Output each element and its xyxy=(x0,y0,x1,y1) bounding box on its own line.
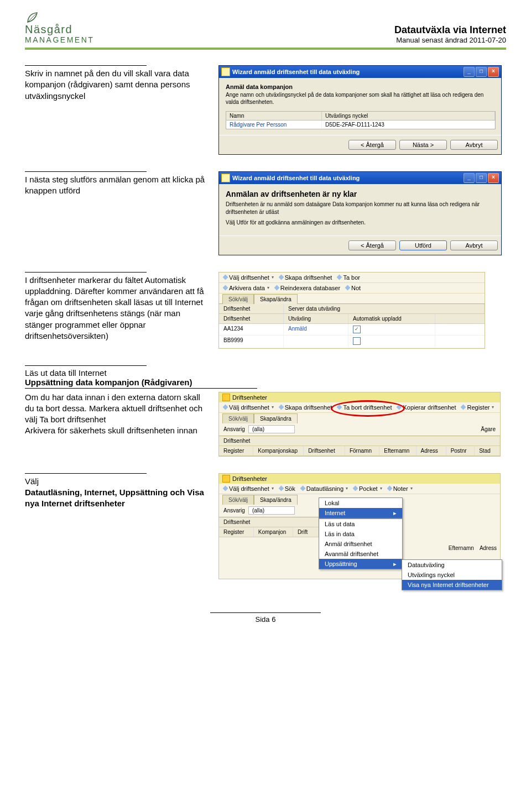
tb-register[interactable]: Register▾ xyxy=(461,404,494,411)
maximize-button[interactable]: □ xyxy=(476,173,487,183)
wizard-window-1: Wizard anmäld driftsenhet till data utvä… xyxy=(218,65,502,155)
tb-reindex[interactable]: Reindexera databaser xyxy=(275,285,340,291)
leaf-icon xyxy=(25,11,39,23)
app-icon xyxy=(222,475,230,483)
companion-grid: Namn Utväxlings nyckel Rådgivare Per Per… xyxy=(226,111,496,129)
section3-text: I driftsenheter markerar du fältet Autom… xyxy=(25,275,204,340)
page-number: Sida 6 xyxy=(256,615,276,624)
menu-internet[interactable]: Internet▸ xyxy=(319,508,402,518)
wizard2-heading: Anmälan av driftsenheten är ny klar xyxy=(226,190,494,198)
row-name[interactable]: Rådgivare Per Persson xyxy=(226,121,322,129)
header-rule xyxy=(25,48,506,50)
minimize-button[interactable]: _ xyxy=(464,173,475,183)
tb-noter[interactable]: Noter▾ xyxy=(388,485,413,492)
menu-anmal[interactable]: Anmäl driftsenhet xyxy=(319,539,402,549)
ansvarig-field[interactable]: (alla) xyxy=(248,506,295,515)
back-button[interactable]: < Återgå xyxy=(348,140,396,150)
tab-skapa[interactable]: Skapa/ändra xyxy=(254,294,298,304)
wizard-window-2: Wizard anmäld driftsenhet till data utvä… xyxy=(218,171,502,255)
done-button[interactable]: Utförd xyxy=(399,240,447,250)
tb-tabor[interactable]: Ta bor xyxy=(337,274,360,281)
tab-skapa[interactable]: Skapa/ändra xyxy=(254,495,298,505)
sub-key[interactable]: Utväxlings nyckel xyxy=(402,570,502,580)
col-key: Utväxlings nyckel xyxy=(322,112,495,120)
wizard-heading: Anmäl data kompanjon xyxy=(226,83,494,90)
s4-h1: Läs ut data till Internet xyxy=(25,368,506,378)
app-icon xyxy=(221,67,230,76)
table-row[interactable]: AA1234 Anmäld ✓ xyxy=(219,324,485,336)
th-de: Driftsenhet xyxy=(219,517,319,527)
window2-title: Wizard anmäld driftsenhet till data utvä… xyxy=(232,175,360,181)
menu-lasin[interactable]: Läs in data xyxy=(319,529,402,539)
tab-skapa[interactable]: Skapa/ändra xyxy=(254,413,298,423)
s4-h2: Uppsättning data kompanjon (Rådgivaren) xyxy=(25,378,506,387)
wizard-subtext: Ange namn och utväxlingsnyckel på de dat… xyxy=(226,91,494,106)
tab-sok[interactable]: Sök/välj xyxy=(222,413,254,423)
ansvarig-label: Ansvarig xyxy=(223,426,245,432)
menu-avanmal[interactable]: Avanmäl driftsenhet xyxy=(319,549,402,559)
next-button[interactable]: Nästa > xyxy=(399,140,447,150)
auto-checkbox[interactable] xyxy=(353,337,361,345)
dataout-menu: Lokal Internet▸ xyxy=(319,497,403,518)
tb-search[interactable]: Sök xyxy=(279,485,295,492)
row-key[interactable]: D5DE-2FAF-D111-1243 xyxy=(322,121,495,129)
section2-text: I nästa steg slutförs anmälan genom att … xyxy=(25,175,205,195)
tb-create-de[interactable]: Skapa driftsenhet xyxy=(279,274,332,281)
tb-select-de[interactable]: Välj driftsenhet▾ xyxy=(223,274,274,281)
section5-bold: Datautläsning, Internet, Uppsättning och… xyxy=(25,487,207,510)
back-button[interactable]: < Återgå xyxy=(348,240,396,250)
close-button[interactable]: × xyxy=(488,173,499,183)
sub-visa[interactable]: Visa nya Internet driftsenheter xyxy=(402,580,502,590)
app-icon xyxy=(222,394,230,401)
win-title: Driftsenheter xyxy=(232,475,267,482)
window1-title: Wizard anmäld driftsenhet till data utvä… xyxy=(232,69,360,75)
agare-label: Ägare xyxy=(481,426,496,432)
logo-line2: MANAGEMENT xyxy=(25,35,94,44)
tb-select[interactable]: Välj driftsenhet▾ xyxy=(223,404,274,411)
sub-datautv[interactable]: Datautväxling xyxy=(402,560,502,570)
tb-not[interactable]: Not xyxy=(346,285,361,291)
table-row[interactable]: BB9999 xyxy=(219,336,485,348)
cancel-button[interactable]: Avbryt xyxy=(450,240,498,250)
tab-sok[interactable]: Sök/välj xyxy=(222,294,254,304)
tb-pocket[interactable]: Pocket▾ xyxy=(353,485,382,492)
sub-th-auto: Automatisk uppladd xyxy=(348,314,435,323)
tb-archive[interactable]: Arkivera data▾ xyxy=(223,285,269,291)
maximize-button[interactable]: □ xyxy=(476,67,487,77)
th-de: Driftsenhet xyxy=(219,304,284,313)
cancel-button[interactable]: Avbryt xyxy=(450,140,498,150)
menu-lokal[interactable]: Lokal xyxy=(319,498,402,508)
sub-th-utv: Utväxling xyxy=(284,314,348,323)
internet-submenu: Läs ut data Läs in data Anmäl driftsenhe… xyxy=(319,518,403,569)
tab-sok[interactable]: Sök/välj xyxy=(222,495,254,505)
minimize-button[interactable]: _ xyxy=(464,67,475,77)
tb-dataout[interactable]: Datautläsning▾ xyxy=(301,485,348,492)
page-subtitle: Manual senast ändrad 2011-07-20 xyxy=(394,36,506,44)
page-title: Datautväxla via Internet xyxy=(394,24,506,36)
section1-text: Skriv in namnet på den du vill skall var… xyxy=(25,69,190,101)
app-icon xyxy=(221,174,230,182)
ansvarig-field[interactable]: (alla) xyxy=(248,425,295,433)
uppsattning-submenu: Datautväxling Utväxlings nyckel Visa nya… xyxy=(402,559,502,590)
app-strip-2: Driftsenheter Välj driftsenhet▾ Skapa dr… xyxy=(218,392,501,457)
logo: Näsgård MANAGEMENT xyxy=(25,11,94,44)
tb-select[interactable]: Välj driftsenhet▾ xyxy=(223,485,274,492)
win-title: Driftsenheter xyxy=(232,394,267,401)
logo-line1: Näsgård xyxy=(25,24,72,35)
col-name: Namn xyxy=(226,112,322,120)
wizard2-p1: Driftsenheten är nu anmäld som dataägare… xyxy=(226,201,494,216)
tb-copy[interactable]: Kopierar driftsenhet xyxy=(397,404,456,411)
menu-uppsattning[interactable]: Uppsättning▸ xyxy=(319,559,402,569)
tb-remove[interactable]: Ta bort driftsenhet xyxy=(337,404,392,411)
auto-checkbox[interactable]: ✓ xyxy=(353,326,361,333)
ansvarig-label: Ansvarig xyxy=(223,507,245,514)
th-server: Server data utväxling xyxy=(284,304,485,313)
sub-th-de: Driftsenhet xyxy=(219,314,284,323)
section5-text: Välj xyxy=(25,476,207,487)
app-strip-1: Välj driftsenhet▾ Skapa driftsenhet Ta b… xyxy=(218,272,485,349)
close-button[interactable]: × xyxy=(488,67,499,77)
th-de: Driftsenhet xyxy=(219,436,500,446)
tb-create[interactable]: Skapa driftsenhet xyxy=(279,404,332,411)
menu-lasut[interactable]: Läs ut data xyxy=(319,519,402,529)
app-strip-3: Driftsenheter Välj driftsenhet▾ Sök Data… xyxy=(218,473,501,579)
